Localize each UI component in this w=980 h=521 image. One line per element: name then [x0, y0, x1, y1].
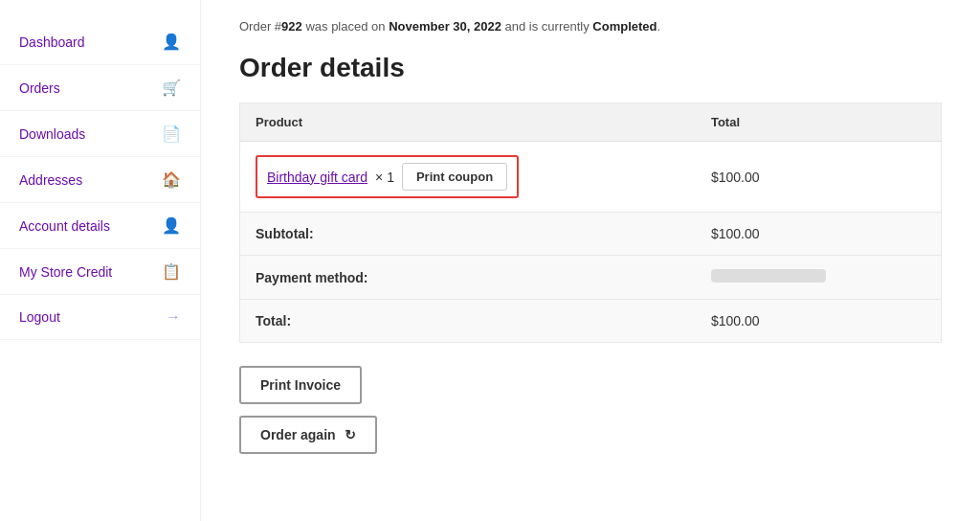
order-number: 922: [281, 19, 302, 34]
sidebar-item-logout[interactable]: Logout →: [0, 295, 200, 340]
orders-icon: 🛒: [162, 79, 181, 97]
table-row-total: Total: $100.00: [240, 300, 942, 343]
sidebar-item-orders[interactable]: Orders 🛒: [0, 65, 200, 111]
payment-blur: [711, 269, 826, 283]
col-header-product: Product: [240, 103, 696, 142]
sidebar-item-downloads[interactable]: Downloads 📄: [0, 111, 200, 157]
downloads-icon: 📄: [162, 125, 181, 143]
sidebar-item-dashboard[interactable]: Dashboard 👤: [0, 19, 200, 65]
main-content: Order #922 was placed on November 30, 20…: [201, 0, 980, 521]
subtotal-value: $100.00: [696, 213, 942, 256]
table-row-subtotal: Subtotal: $100.00: [240, 213, 942, 256]
order-status-prefix: and is currently: [505, 19, 593, 34]
page-title: Order details: [239, 53, 942, 83]
order-notice: Order #922 was placed on November 30, 20…: [239, 19, 942, 34]
product-cell: Birthday gift card × 1 Print coupon: [240, 142, 696, 213]
order-again-label: Order again: [260, 427, 336, 442]
order-status: Completed: [592, 19, 657, 34]
logout-icon: →: [166, 308, 181, 326]
payment-value: [696, 256, 942, 300]
sidebar-label-dashboard: Dashboard: [19, 34, 85, 50]
print-coupon-button[interactable]: Print coupon: [402, 163, 507, 191]
table-header-row: Product Total: [240, 103, 942, 142]
action-buttons: Print Invoice Order again ↻: [239, 366, 942, 454]
order-middle-text: was placed on: [305, 19, 389, 34]
order-again-button[interactable]: Order again ↻: [239, 416, 377, 454]
order-date: November 30, 2022: [389, 19, 501, 34]
payment-label: Payment method:: [240, 256, 696, 300]
sidebar-item-account-details[interactable]: Account details 👤: [0, 203, 200, 249]
sidebar-label-downloads: Downloads: [19, 126, 85, 142]
total-value: $100.00: [696, 300, 942, 343]
sidebar-item-addresses[interactable]: Addresses 🏠: [0, 157, 200, 203]
product-total: $100.00: [696, 142, 942, 213]
store-credit-icon: 📋: [162, 262, 181, 281]
sidebar-label-my-store-credit: My Store Credit: [19, 264, 112, 280]
dashboard-icon: 👤: [162, 33, 181, 51]
sidebar-label-orders: Orders: [19, 80, 60, 96]
account-icon: 👤: [162, 216, 181, 235]
subtotal-label: Subtotal:: [240, 213, 696, 256]
print-invoice-button[interactable]: Print Invoice: [239, 366, 362, 404]
table-row-payment: Payment method:: [240, 256, 942, 300]
table-row-product: Birthday gift card × 1 Print coupon $100…: [240, 142, 942, 213]
sidebar-item-my-store-credit[interactable]: My Store Credit 📋: [0, 249, 200, 295]
sidebar-label-account-details: Account details: [19, 218, 110, 234]
sidebar-label-logout: Logout: [19, 309, 60, 325]
product-link[interactable]: Birthday gift card: [267, 170, 368, 185]
refresh-icon: ↻: [345, 427, 356, 442]
product-quantity: × 1: [375, 170, 394, 185]
total-label: Total:: [240, 300, 696, 343]
highlight-wrapper: Birthday gift card × 1 Print coupon: [256, 155, 519, 198]
col-header-total: Total: [696, 103, 942, 142]
order-table: Product Total Birthday gift card × 1 Pri…: [239, 102, 942, 343]
addresses-icon: 🏠: [162, 170, 181, 189]
sidebar-label-addresses: Addresses: [19, 172, 82, 188]
sidebar: Dashboard 👤 Orders 🛒 Downloads 📄 Address…: [0, 0, 201, 521]
